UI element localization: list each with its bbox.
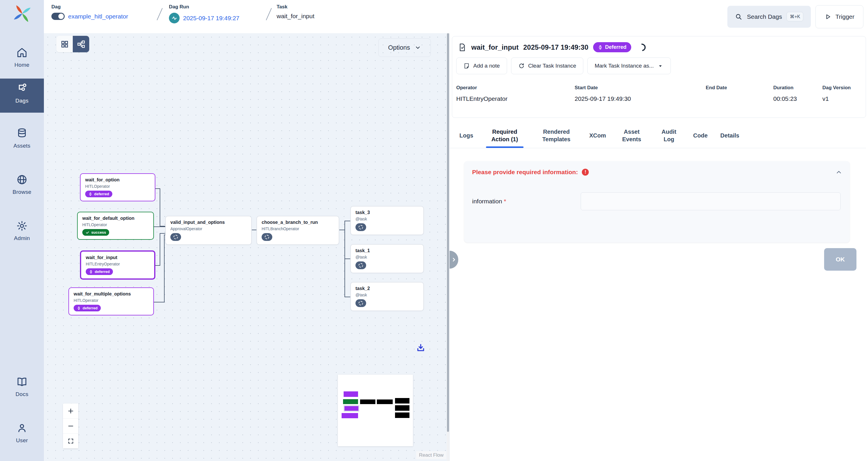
graph-options-button[interactable]: Options <box>378 38 431 57</box>
plus-icon <box>68 408 74 414</box>
task-node-task_3[interactable]: task_3 @task <box>350 206 424 235</box>
info-value: HITLEntryOperator <box>456 95 507 102</box>
task-state-badge: deferred <box>86 268 113 275</box>
tab-rendered-templates[interactable]: Rendered Templates <box>536 123 577 148</box>
breadcrumb-label: Dag Run <box>169 4 239 10</box>
globe-icon <box>16 174 28 185</box>
tab-logs[interactable]: Logs <box>459 123 473 148</box>
task-state-badge-none <box>355 262 366 269</box>
graph-minimap[interactable] <box>338 375 413 446</box>
information-input[interactable] <box>581 192 841 210</box>
required-action-header: Please provide required information: ! <box>464 161 850 176</box>
info-label: Operator <box>456 85 507 91</box>
sidebar-item-browse[interactable]: Browse <box>0 170 44 195</box>
task-node-operator: @task <box>355 255 419 259</box>
tab-details[interactable]: Details <box>720 123 740 148</box>
add-note-button[interactable]: Add a note <box>456 58 507 74</box>
task-instance-tabs: Logs Required Action (1) Rendered Templa… <box>450 123 866 148</box>
search-shortcut: ⌘+K <box>786 12 803 21</box>
minimap-node-selected <box>344 406 358 411</box>
graph-view-toggle <box>56 36 89 52</box>
tab-code[interactable]: Code <box>693 123 708 148</box>
task-node-operator: ApprovalOperator <box>170 226 247 231</box>
task-node-wait_for_option[interactable]: wait_for_option HITLOperator deferred <box>80 173 155 201</box>
tab-audit-log[interactable]: Audit Log <box>657 123 681 148</box>
info-label: End Date <box>706 85 727 91</box>
task-state-badge: deferred <box>85 191 112 197</box>
sidebar-item-docs[interactable]: Docs <box>0 372 44 397</box>
breadcrumb-dag-link[interactable]: example_hitl_operator <box>68 13 128 20</box>
task-node-valid_input_and_options[interactable]: valid_input_and_options ApprovalOperator <box>165 216 252 245</box>
collapse-section-button[interactable] <box>835 169 842 177</box>
task-node-operator: HITLOperator <box>85 184 150 189</box>
information-field-label: information * <box>472 198 581 205</box>
sidebar-item-label: Dags <box>15 98 29 104</box>
react-flow-attribution: React Flow <box>416 451 446 459</box>
sidebar-item-assets[interactable]: Assets <box>0 124 44 149</box>
minimap-node <box>395 398 409 403</box>
panel-collapse-button[interactable] <box>450 251 458 269</box>
sidebar-item-label: Browse <box>12 189 31 195</box>
sidebar-item-dags[interactable]: Dags <box>0 79 44 113</box>
graph-scrollbar-thumb[interactable] <box>447 33 449 432</box>
no-status-icon <box>265 235 269 239</box>
no-status-icon <box>174 235 178 239</box>
task-doc-icon <box>458 43 467 52</box>
sidebar-item-label: Assets <box>13 143 31 149</box>
task-instance-timestamp: 2025-09-17 19:49:30 <box>523 43 588 52</box>
clear-task-instance-button[interactable]: Clear Task Instance <box>511 58 584 74</box>
sidebar-item-home[interactable]: Home <box>0 43 44 68</box>
minimap-node <box>344 391 358 397</box>
task-state-badge: deferred <box>74 305 101 311</box>
ok-button[interactable]: OK <box>824 248 857 271</box>
task-node-title: valid_input_and_options <box>170 220 247 225</box>
breadcrumb-task: Task wait_for_input <box>277 4 314 20</box>
play-icon <box>825 13 831 20</box>
mark-task-instance-as-button[interactable]: Mark Task Instance as... <box>587 58 671 74</box>
zoom-out-button[interactable] <box>63 419 78 434</box>
dags-icon <box>16 83 28 94</box>
info-value: v1 <box>823 95 851 102</box>
required-action-message: Please provide required information: <box>472 169 578 176</box>
tab-xcom[interactable]: XCom <box>589 123 606 148</box>
task-node-wait_for_multiple_options[interactable]: wait_for_multiple_options HITLOperator d… <box>68 287 154 315</box>
graph-view-button[interactable] <box>73 36 89 52</box>
fit-view-button[interactable] <box>63 434 78 449</box>
sidebar-item-user[interactable]: User <box>0 418 44 444</box>
dag-graph-canvas[interactable]: Options wait_for_option HITLOperator def… <box>44 33 449 461</box>
watch-icon <box>88 192 92 196</box>
minimap-node <box>342 413 358 418</box>
task-node-task_2[interactable]: task_2 @task <box>350 282 424 311</box>
task-state-badge-none <box>355 299 366 307</box>
task-node-wait_for_input[interactable]: wait_for_input HITLEntryOperator deferre… <box>80 250 155 280</box>
dag-run-state-icon <box>169 13 180 23</box>
sidebar-item-admin[interactable]: Admin <box>0 216 44 242</box>
search-dags-button[interactable]: Search Dags ⌘+K <box>727 6 811 28</box>
zoom-in-button[interactable] <box>63 403 78 419</box>
home-icon <box>16 47 28 58</box>
no-status-icon <box>359 263 363 268</box>
tab-required-action[interactable]: Required Action (1) <box>486 123 524 148</box>
search-icon <box>735 13 742 21</box>
breadcrumb-label: Dag <box>52 4 128 10</box>
required-action-card: Please provide required information: ! i… <box>464 161 850 243</box>
trigger-button[interactable]: Trigger <box>815 5 863 28</box>
task-node-title: wait_for_option <box>85 177 150 183</box>
info-label: Start Date <box>575 85 631 91</box>
airflow-logo[interactable] <box>13 3 32 24</box>
task-instance-card: wait_for_input 2025-09-17 19:49:30 Defer… <box>452 36 866 118</box>
task-node-title: task_3 <box>355 210 419 215</box>
top-header: Dag example_hitl_operator Dag Run 2025-0… <box>44 0 868 33</box>
dag-pause-toggle[interactable] <box>52 13 65 20</box>
task-node-wait_for_default_option[interactable]: wait_for_default_option HITLOperator suc… <box>77 212 154 240</box>
breadcrumb-task-value: wait_for_input <box>277 13 314 20</box>
task-node-task_1[interactable]: task_1 @task <box>350 244 424 273</box>
minimap-node <box>395 412 409 418</box>
task-state-badge: success <box>82 229 109 236</box>
tab-asset-events[interactable]: Asset Events <box>619 123 645 148</box>
grid-view-button[interactable] <box>56 36 73 52</box>
task-node-choose_a_branch_to_run[interactable]: choose_a_branch_to_run HITLBranchOperato… <box>256 216 339 245</box>
download-graph-button[interactable] <box>416 343 427 355</box>
breadcrumb-dag-run-link[interactable]: 2025-09-17 19:49:27 <box>183 15 239 22</box>
info-label: Duration <box>773 85 797 91</box>
